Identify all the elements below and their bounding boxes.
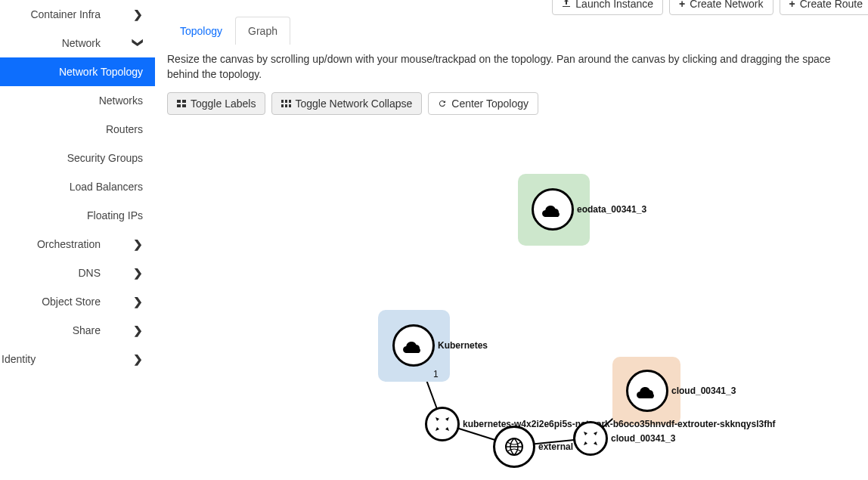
external-node[interactable]: external — [493, 426, 573, 468]
button-label: Toggle Labels — [191, 98, 256, 110]
sidebar: Container Infra ❯ Network ❯ Network Topo… — [0, 0, 155, 480]
upload-icon — [562, 0, 571, 10]
button-label: Toggle Network Collapse — [295, 98, 412, 110]
grid-large-icon — [177, 100, 186, 107]
sidebar-item-label: Load Balancers — [0, 181, 143, 193]
sidebar-item-label: Identity — [2, 353, 36, 365]
button-label: Create Network — [690, 0, 763, 10]
top-action-buttons: Launch Instance Create Network Create Ro… — [552, 0, 868, 15]
chevron-right-icon: ❯ — [133, 238, 143, 250]
node-label: cloud_00341_3 — [611, 433, 675, 444]
sidebar-item-label: Share — [3, 324, 134, 336]
chevron-right-icon: ❯ — [133, 267, 143, 279]
sidebar-item-label: Orchestration — [3, 238, 134, 250]
launch-instance-button[interactable]: Launch Instance — [552, 0, 663, 15]
node-label: cloud_00341_3 — [671, 386, 736, 396]
sidebar-item-label: Routers — [0, 123, 143, 135]
svg-rect-0 — [177, 100, 181, 103]
network-node-cloud[interactable]: cloud_00341_3 — [626, 370, 736, 412]
grid-small-icon — [281, 100, 290, 107]
plus-icon — [679, 0, 685, 10]
sidebar-item-network[interactable]: Network ❯ — [0, 29, 155, 57]
svg-rect-3 — [182, 104, 186, 107]
topology-canvas[interactable]: eodata_00341_3 Kubernetes 1 cloud_00341_… — [155, 113, 868, 480]
router-icon — [425, 407, 460, 441]
sidebar-item-label: Object Store — [3, 296, 134, 308]
toggle-labels-button[interactable]: Toggle Labels — [167, 92, 265, 115]
sidebar-item-label: Networks — [0, 94, 143, 107]
chevron-right-icon: ❯ — [133, 296, 143, 308]
cloud-icon — [392, 324, 435, 367]
sidebar-item-orchestration[interactable]: Orchestration ❯ — [0, 230, 155, 259]
svg-rect-6 — [289, 100, 291, 103]
sidebar-item-label: Security Groups — [0, 152, 143, 164]
globe-icon — [493, 426, 535, 468]
sidebar-item-dns[interactable]: DNS ❯ — [0, 259, 155, 287]
svg-rect-1 — [182, 100, 186, 103]
tab-graph[interactable]: Graph — [235, 17, 290, 45]
svg-rect-2 — [177, 104, 181, 107]
sidebar-item-floating-ips[interactable]: Floating IPs — [0, 201, 155, 230]
button-label: Create Route — [800, 0, 863, 10]
button-label: Center Topology — [451, 98, 529, 110]
create-network-button[interactable]: Create Network — [669, 0, 773, 15]
sidebar-item-security-groups[interactable]: Security Groups — [0, 144, 155, 172]
tab-label: Graph — [248, 25, 277, 37]
chevron-right-icon: ❯ — [133, 324, 143, 336]
cloud-icon — [532, 188, 574, 231]
node-badge: 1 — [433, 369, 439, 379]
node-label: external — [538, 441, 573, 452]
svg-rect-7 — [281, 104, 284, 107]
sidebar-item-object-store[interactable]: Object Store ❯ — [0, 287, 155, 316]
svg-rect-9 — [289, 104, 291, 107]
chevron-right-icon: ❯ — [133, 353, 143, 365]
sidebar-item-share[interactable]: Share ❯ — [0, 316, 155, 345]
svg-rect-8 — [285, 104, 287, 107]
tab-label: Topology — [180, 25, 222, 37]
sidebar-item-load-balancers[interactable]: Load Balancers — [0, 172, 155, 201]
chevron-down-icon: ❯ — [132, 38, 144, 48]
network-node-kubernetes[interactable]: Kubernetes — [392, 324, 488, 367]
sidebar-subnav-network: Network Topology Networks Routers Securi… — [0, 57, 155, 230]
router-node-cloud[interactable]: cloud_00341_3 — [573, 421, 675, 456]
sidebar-item-networks[interactable]: Networks — [0, 86, 155, 115]
sidebar-item-label: Network — [3, 37, 134, 49]
svg-rect-5 — [285, 100, 287, 103]
sidebar-item-container-infra[interactable]: Container Infra ❯ — [0, 0, 155, 29]
toggle-network-collapse-button[interactable]: Toggle Network Collapse — [271, 92, 422, 115]
sidebar-item-identity[interactable]: Identity ❯ — [0, 345, 155, 373]
button-label: Launch Instance — [575, 0, 653, 10]
sidebar-item-label: Network Topology — [0, 66, 143, 78]
sidebar-item-label: Floating IPs — [0, 209, 143, 221]
node-label: eodata_00341_3 — [577, 204, 646, 215]
graph-hint-text: Resize the canvas by scrolling up/down w… — [167, 52, 863, 82]
plus-icon — [789, 0, 795, 10]
node-label: Kubernetes — [438, 340, 488, 351]
view-tabs: Topology Graph — [167, 17, 868, 45]
cloud-icon — [626, 370, 668, 412]
router-icon — [573, 421, 608, 456]
sidebar-item-label: Container Infra — [3, 8, 134, 20]
network-node-eodata[interactable]: eodata_00341_3 — [532, 188, 646, 231]
svg-rect-4 — [281, 100, 284, 103]
center-topology-button[interactable]: Center Topology — [428, 92, 538, 115]
main-panel: Launch Instance Create Network Create Ro… — [155, 0, 868, 480]
sidebar-item-label: DNS — [3, 267, 134, 279]
sidebar-item-routers[interactable]: Routers — [0, 115, 155, 144]
sidebar-item-network-topology[interactable]: Network Topology — [0, 57, 155, 86]
chevron-right-icon: ❯ — [133, 8, 143, 20]
refresh-icon — [438, 99, 447, 108]
graph-toolbar: Toggle Labels Toggle Network Collapse Ce… — [167, 92, 868, 115]
create-router-button[interactable]: Create Route — [780, 0, 868, 15]
tab-topology[interactable]: Topology — [167, 17, 235, 45]
